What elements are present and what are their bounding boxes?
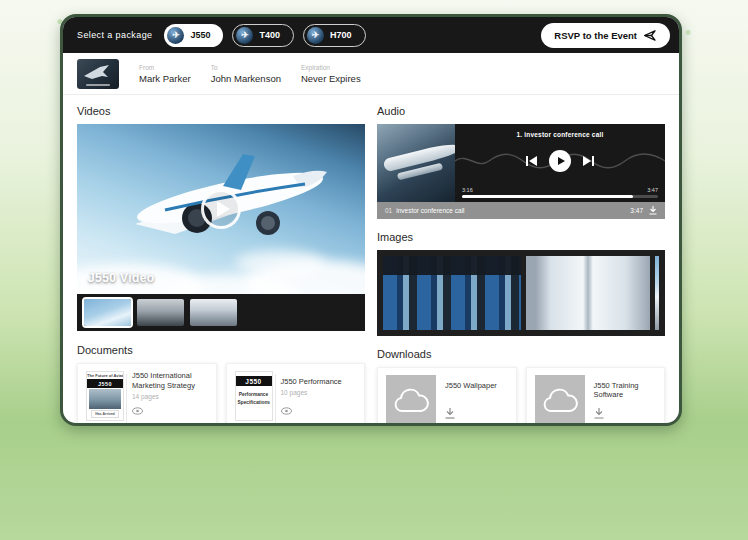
download-card-wallpaper[interactable]: J550 Wallpaper	[377, 367, 517, 426]
gallery-image-cabin[interactable]	[526, 256, 650, 330]
previous-track-icon	[526, 156, 537, 166]
document-title: J550 Performance	[281, 377, 357, 387]
select-package-label: Select a package	[77, 30, 152, 40]
to-value: John Markenson	[211, 73, 281, 84]
video-thumbnail-strip	[77, 294, 365, 331]
audio-player: 1. investor conference call	[377, 124, 665, 202]
audio-playlist-row[interactable]: 01 investor conference call 3:47	[377, 202, 665, 219]
play-icon	[217, 201, 230, 217]
images-section-title: Images	[377, 231, 665, 243]
video-play-button[interactable]	[201, 189, 241, 229]
audio-section-title: Audio	[377, 105, 665, 117]
gallery-image-cockpit[interactable]	[383, 256, 521, 330]
package-tab-j550[interactable]: ✈ J550	[164, 24, 223, 47]
playlist-duration: 3:47	[630, 207, 643, 214]
gallery-image-exterior[interactable]	[655, 256, 659, 330]
play-icon	[558, 157, 565, 165]
expiration-label: Expiration	[301, 64, 361, 71]
download-icon	[594, 408, 604, 419]
meta-from: From Mark Parker	[139, 64, 191, 84]
audio-play-button[interactable]	[549, 150, 571, 172]
cloud-icon	[542, 387, 578, 413]
audio-track-title: 1. investor conference call	[455, 124, 665, 138]
document-card-performance[interactable]: J550 Performance Specifications J550 Per…	[226, 363, 366, 426]
video-thumbnail-3[interactable]	[190, 299, 237, 326]
videos-section-title: Videos	[77, 105, 365, 117]
video-player[interactable]: J550 Video	[77, 124, 365, 294]
airplane-badge-icon: ✈	[167, 27, 184, 44]
doc-thumb-top-text: The Future of Aviation	[87, 372, 123, 379]
playlist-index: 01	[385, 207, 392, 214]
preview-button[interactable]	[281, 401, 357, 419]
to-label: To	[211, 64, 281, 71]
package-panel: Select a package ✈ J550 ✈ T400 ✈ H700 RS…	[60, 14, 682, 426]
doc-thumb-brand: J550	[87, 379, 123, 388]
audio-duration: 3:47	[647, 187, 658, 193]
download-thumbnail	[535, 375, 585, 425]
playlist-track-name: investor conference call	[396, 207, 464, 214]
package-thumbnail	[77, 59, 119, 89]
package-tab-label: H700	[330, 30, 352, 40]
eye-icon	[132, 407, 143, 415]
previous-track-button[interactable]	[526, 156, 537, 166]
cloud-graphic	[235, 250, 325, 276]
airplane-badge-icon: ✈	[307, 27, 324, 44]
package-tabs: ✈ J550 ✈ T400 ✈ H700	[164, 24, 365, 47]
image-gallery	[377, 250, 665, 336]
video-thumbnail-2[interactable]	[137, 299, 184, 326]
audio-player-body: 1. investor conference call	[455, 124, 665, 202]
download-title: J550 Training Software	[594, 381, 657, 399]
download-button[interactable]	[445, 405, 508, 423]
download-icon	[445, 408, 455, 419]
eye-icon	[281, 407, 292, 415]
download-card-training-software[interactable]: J550 Training Software	[526, 367, 666, 426]
package-tab-label: T400	[259, 30, 280, 40]
cloud-icon	[393, 387, 429, 413]
audio-track-thumbnail	[377, 124, 455, 202]
doc-thumb-sub-text: Performance Specifications	[236, 386, 272, 411]
expiration-value: Never Expires	[301, 73, 361, 84]
download-button[interactable]	[594, 405, 657, 423]
airplane-icon	[82, 63, 112, 83]
from-value: Mark Parker	[139, 73, 191, 84]
airplane-badge-icon: ✈	[236, 27, 253, 44]
next-track-icon	[583, 156, 594, 166]
download-icon[interactable]	[649, 206, 657, 215]
downloads-section-title: Downloads	[377, 348, 665, 360]
next-track-button[interactable]	[583, 156, 594, 166]
doc-thumb-image	[89, 389, 121, 409]
package-tab-label: J550	[190, 30, 210, 40]
package-meta-row: From Mark Parker To John Markenson Expir…	[63, 53, 679, 95]
meta-to: To John Markenson	[211, 64, 281, 84]
document-pages: 14 pages	[132, 393, 208, 400]
audio-progress-bar[interactable]	[462, 195, 658, 198]
document-title: J550 International Marketing Strategy	[132, 371, 208, 391]
doc-thumb-bottom-text: Has Arrived	[91, 410, 119, 418]
audio-progress-fill	[462, 195, 633, 198]
header-bar: Select a package ✈ J550 ✈ T400 ✈ H700 RS…	[63, 17, 679, 53]
rsvp-label: RSVP to the Event	[554, 30, 637, 41]
preview-button[interactable]	[132, 401, 208, 419]
from-label: From	[139, 64, 191, 71]
package-tab-h700[interactable]: ✈ H700	[303, 24, 366, 47]
doc-thumb-brand: J550	[236, 376, 272, 386]
video-caption: J550 Video	[88, 271, 154, 285]
meta-expiration: Expiration Never Expires	[301, 64, 361, 84]
documents-section-title: Documents	[77, 344, 365, 356]
audio-current-time: 3:16	[462, 187, 473, 193]
send-icon	[644, 30, 657, 41]
package-tab-t400[interactable]: ✈ T400	[232, 24, 294, 47]
document-thumbnail: The Future of Aviation J550 Has Arrived	[86, 371, 124, 421]
download-title: J550 Wallpaper	[445, 381, 508, 390]
rsvp-button[interactable]: RSVP to the Event	[541, 23, 670, 48]
document-card-marketing-strategy[interactable]: The Future of Aviation J550 Has Arrived …	[77, 363, 217, 426]
video-thumbnail-1[interactable]	[84, 299, 131, 326]
document-thumbnail: J550 Performance Specifications	[235, 371, 273, 421]
download-thumbnail	[386, 375, 436, 425]
document-pages: 10 pages	[281, 389, 357, 396]
